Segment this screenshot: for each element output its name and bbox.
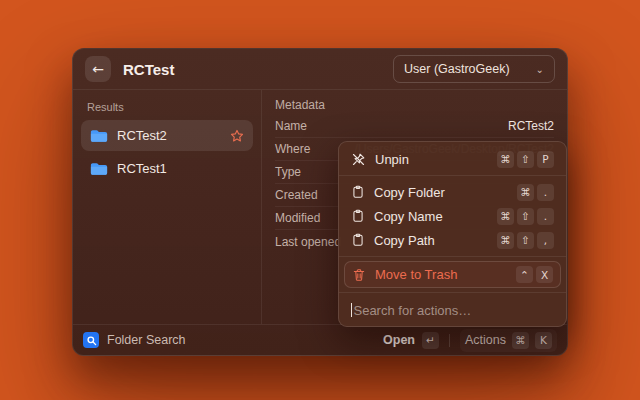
metadata-heading: Metadata bbox=[275, 92, 554, 115]
pin-slash-icon bbox=[351, 152, 366, 167]
footer-bar: Folder Search Open ↵ Actions ⌘ K bbox=[73, 324, 567, 355]
clipboard-icon bbox=[351, 185, 365, 199]
window-header: ← RCTest User (GastroGeek) ⌄ bbox=[73, 49, 567, 90]
open-button-label[interactable]: Open bbox=[383, 333, 415, 347]
list-item-label: RCTest1 bbox=[117, 161, 167, 176]
cmd-keycap: ⌘ bbox=[497, 151, 514, 168]
results-section-label: Results bbox=[81, 96, 253, 120]
k-keycap: K bbox=[535, 332, 552, 349]
menu-divider bbox=[339, 175, 566, 176]
folder-search-icon bbox=[83, 332, 99, 348]
actions-button[interactable]: Actions ⌘ K bbox=[460, 329, 557, 352]
cmd-keycap: ⌘ bbox=[517, 184, 534, 201]
list-item-label: RCTest2 bbox=[117, 128, 167, 143]
footer-actions: Open ↵ Actions ⌘ K bbox=[383, 329, 557, 352]
shift-keycap: ⇧ bbox=[517, 208, 534, 225]
menu-item-move-to-trash[interactable]: Move to Trash ⌃ X bbox=[344, 261, 561, 288]
arrow-left-icon: ← bbox=[92, 61, 104, 77]
user-dropdown[interactable]: User (GastroGeek) ⌄ bbox=[393, 55, 555, 83]
cmd-keycap: ⌘ bbox=[512, 332, 529, 349]
actions-search bbox=[344, 297, 561, 321]
text-caret bbox=[351, 303, 352, 317]
actions-button-label: Actions bbox=[465, 333, 506, 347]
menu-divider bbox=[339, 256, 566, 257]
cmd-keycap: ⌘ bbox=[497, 208, 514, 225]
menu-item-label: Unpin bbox=[375, 152, 409, 167]
folder-icon bbox=[90, 129, 108, 143]
folder-icon bbox=[90, 162, 108, 176]
user-dropdown-value: User (GastroGeek) bbox=[404, 62, 510, 76]
comma-keycap: , bbox=[537, 232, 554, 249]
x-keycap: X bbox=[536, 266, 553, 283]
results-panel: Results RCTest2 RCTest1 bbox=[73, 90, 262, 324]
menu-item-label: Copy Name bbox=[374, 209, 443, 224]
ctrl-keycap: ⌃ bbox=[516, 266, 533, 283]
chevron-down-icon: ⌄ bbox=[536, 64, 544, 75]
back-button[interactable]: ← bbox=[85, 56, 111, 82]
enter-keycap: ↵ bbox=[422, 332, 439, 349]
actions-menu: Unpin ⌘ ⇧ P Copy Folder ⌘ . Copy Name bbox=[338, 141, 567, 327]
actions-search-input[interactable] bbox=[353, 303, 554, 318]
clipboard-icon bbox=[351, 209, 365, 223]
p-keycap: P bbox=[537, 151, 554, 168]
shift-keycap: ⇧ bbox=[517, 232, 534, 249]
star-icon bbox=[230, 129, 244, 143]
launcher-window: ← RCTest User (GastroGeek) ⌄ Results RCT… bbox=[72, 48, 568, 356]
command-name: Folder Search bbox=[107, 333, 186, 347]
menu-item-copy-name[interactable]: Copy Name ⌘ ⇧ . bbox=[344, 204, 561, 228]
menu-item-copy-path[interactable]: Copy Path ⌘ ⇧ , bbox=[344, 228, 561, 252]
list-item-rctest1[interactable]: RCTest1 bbox=[81, 153, 253, 184]
menu-item-unpin[interactable]: Unpin ⌘ ⇧ P bbox=[344, 147, 561, 171]
list-item-rctest2[interactable]: RCTest2 bbox=[81, 120, 253, 151]
menu-item-label: Copy Path bbox=[374, 233, 435, 248]
menu-item-copy-folder[interactable]: Copy Folder ⌘ . bbox=[344, 180, 561, 204]
footer-divider bbox=[449, 334, 450, 347]
menu-item-label: Move to Trash bbox=[375, 267, 457, 282]
shift-keycap: ⇧ bbox=[517, 151, 534, 168]
period-keycap: . bbox=[537, 208, 554, 225]
cmd-keycap: ⌘ bbox=[497, 232, 514, 249]
period-keycap: . bbox=[537, 184, 554, 201]
page-title: RCTest bbox=[123, 61, 174, 78]
menu-divider bbox=[339, 292, 566, 293]
clipboard-icon bbox=[351, 233, 365, 247]
metadata-row-name: Name RCTest2 bbox=[275, 115, 554, 138]
trash-icon bbox=[352, 268, 366, 282]
menu-item-label: Copy Folder bbox=[374, 185, 445, 200]
